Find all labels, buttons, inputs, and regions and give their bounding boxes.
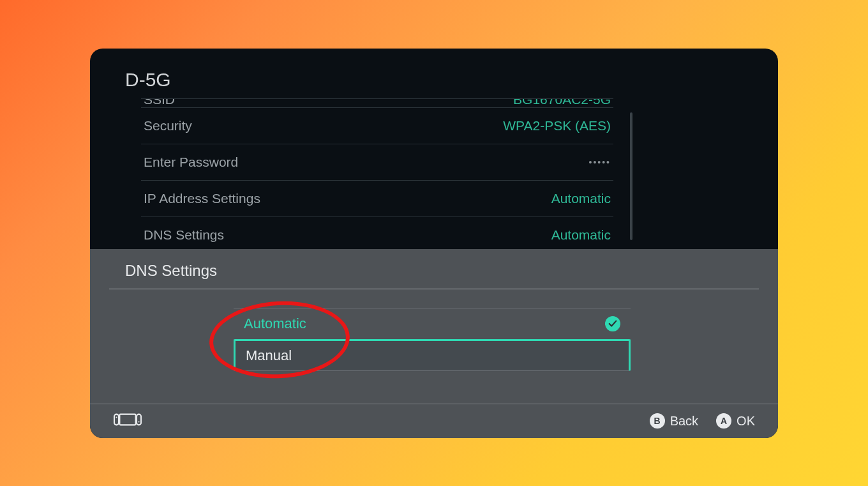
scrollbar[interactable] [630, 112, 632, 240]
console-icon [113, 411, 142, 432]
settings-row-security[interactable]: Security WPA2-PSK (AES) [141, 107, 613, 144]
ok-label: OK [737, 414, 755, 429]
settings-screen: D-5G SSID BG1670AC2-5G Security WPA2-PSK… [90, 49, 778, 438]
option-manual[interactable]: Manual [234, 339, 631, 371]
svg-rect-2 [119, 414, 135, 425]
dns-options: Automatic Manual [234, 308, 631, 370]
back-label: Back [670, 414, 698, 429]
network-title: D-5G [125, 69, 171, 91]
ip-label: IP Address Settings [144, 191, 260, 206]
ip-value: Automatic [551, 191, 611, 206]
security-label: Security [144, 118, 192, 133]
option-automatic-label: Automatic [244, 315, 306, 332]
option-automatic[interactable]: Automatic [234, 308, 631, 340]
password-value: ••••• [588, 157, 611, 167]
dialog-separator [109, 289, 759, 289]
check-icon [605, 316, 620, 331]
ssid-value: BG1670AC2-5G [513, 98, 611, 107]
dns-value: Automatic [551, 227, 611, 243]
ssid-label: SSID [144, 98, 175, 107]
dns-label: DNS Settings [144, 227, 224, 243]
svg-rect-1 [137, 414, 141, 425]
a-button-icon: A [716, 413, 731, 429]
security-value: WPA2-PSK (AES) [503, 118, 611, 133]
dns-dialog: DNS Settings Automatic Manual [90, 249, 778, 438]
password-label: Enter Password [144, 155, 238, 170]
settings-row-password[interactable]: Enter Password ••••• [141, 144, 613, 180]
settings-list: SSID BG1670AC2-5G Security WPA2-PSK (AES… [141, 98, 613, 253]
svg-rect-0 [114, 414, 119, 425]
b-button-icon: B [650, 413, 665, 429]
option-manual-label: Manual [246, 347, 292, 364]
ok-button[interactable]: A OK [716, 413, 755, 429]
dialog-title: DNS Settings [125, 262, 217, 280]
settings-row-dns[interactable]: DNS Settings Automatic [141, 216, 613, 253]
svg-point-3 [116, 416, 117, 418]
settings-row-ip[interactable]: IP Address Settings Automatic [141, 180, 613, 216]
svg-point-4 [138, 421, 139, 422]
footer-actions: B Back A OK [650, 413, 755, 429]
back-button[interactable]: B Back [650, 413, 698, 429]
settings-row-ssid[interactable]: SSID BG1670AC2-5G [141, 98, 613, 107]
footer-bar: B Back A OK [90, 404, 778, 438]
